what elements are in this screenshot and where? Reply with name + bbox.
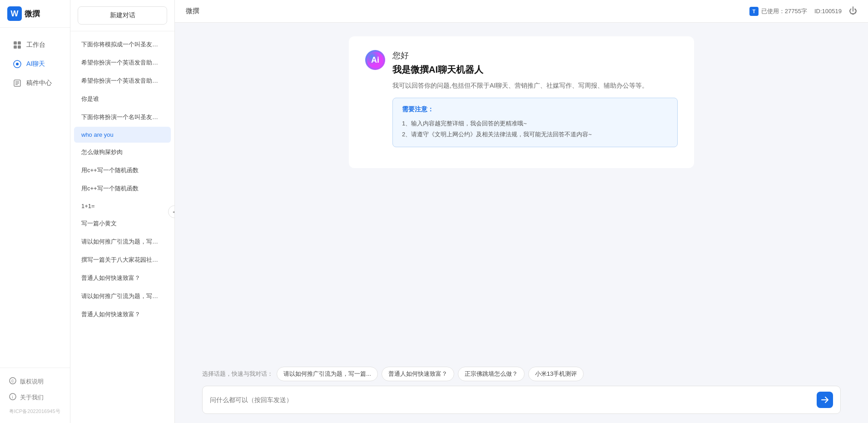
copyright-icon: © xyxy=(9,377,16,386)
svg-rect-3 xyxy=(18,45,21,49)
ai-chat-label: AI聊天 xyxy=(26,60,45,68)
usage-icon: T xyxy=(749,7,759,16)
svg-point-5 xyxy=(16,63,19,65)
icp-text: 粤ICP备2022016945号 xyxy=(0,405,70,418)
header-right: T 已使用：27755字 ID:100519 ⏻ xyxy=(749,6,857,16)
new-chat-button[interactable]: 新建对话 xyxy=(78,6,167,25)
chat-item[interactable]: 撰写一篇关于八大家花园社区一刻钟便民生... xyxy=(74,251,171,269)
about-item[interactable]: i 关于我们 xyxy=(0,389,70,405)
bot-avatar: Ai xyxy=(365,50,385,70)
quick-label: 选择话题，快速与我对话： xyxy=(202,370,273,378)
notice-item-1: 1、输入内容越完整详细，我会回答的更精准哦~ xyxy=(402,118,668,129)
chat-item[interactable]: 怎么做狗屎炒肉 xyxy=(74,144,171,161)
chat-list-header: 新建对话 xyxy=(70,0,174,31)
main-title: 微撰 xyxy=(186,7,199,15)
quick-topic-4[interactable]: 小米13手机测评 xyxy=(528,367,584,381)
chat-item[interactable]: 写一篇小黄文 xyxy=(74,215,171,232)
logo-icon: W xyxy=(7,6,22,21)
chat-item[interactable]: 希望你扮演一个英语发音助手，我提供给你... xyxy=(74,54,171,71)
id-label: ID:100519 xyxy=(814,8,842,15)
sidebar-bottom: © 版权说明 i 关于我们 粤ICP备2022016945号 xyxy=(0,368,70,423)
nav-items: 工作台 AI聊天 稿件中心 xyxy=(0,28,70,368)
bot-desc: 我可以回答你的问题,包括但不限于AI聊天、营销推广、社媒写作、写周报、辅助办公等… xyxy=(392,80,678,90)
about-label: 关于我们 xyxy=(20,393,44,402)
chat-content: Ai 您好 我是微撰AI聊天机器人 我可以回答你的问题,包括但不限于AI聊天、营… xyxy=(175,23,868,362)
chat-item[interactable]: 下面你将扮演一个名叫圣友的医生 xyxy=(74,109,171,126)
notice-item-2: 2、请遵守《文明上网公约》及相关法律法规，我可能无法回答不道内容~ xyxy=(402,129,668,139)
input-area: 选择话题，快速与我对话： 请以如何推广引流为题，写一篇... 普通人如何快速致富… xyxy=(175,362,868,423)
logo-area: W 微撰 xyxy=(0,0,70,28)
bot-intro: 您好 我是微撰AI聊天机器人 我可以回答你的问题,包括但不限于AI聊天、营销推广… xyxy=(392,50,678,147)
svg-rect-0 xyxy=(14,41,17,45)
svg-text:©: © xyxy=(11,379,15,383)
chat-item[interactable]: 普通人如何快速致富？ xyxy=(74,306,171,323)
quick-topic-2[interactable]: 普通人如何快速致富？ xyxy=(382,367,454,381)
svg-text:Ai: Ai xyxy=(371,55,379,65)
bot-name: 我是微撰AI聊天机器人 xyxy=(392,64,678,76)
draft-center-label: 稿件中心 xyxy=(26,79,52,87)
chat-list: 下面你将模拟成一个叫圣友的程序员，我说... 希望你扮演一个英语发音助手，我提供… xyxy=(70,31,174,423)
quick-topic-3[interactable]: 正宗佛跳墙怎么做？ xyxy=(458,367,525,381)
chat-input[interactable] xyxy=(210,396,812,403)
svg-rect-1 xyxy=(18,41,21,45)
greeting: 您好 xyxy=(392,50,678,61)
chat-item[interactable]: 用c++写一个随机函数 xyxy=(74,180,171,197)
chat-item[interactable]: 下面你将模拟成一个叫圣友的程序员，我说... xyxy=(74,36,171,53)
copyright-item[interactable]: © 版权说明 xyxy=(0,373,70,389)
ai-chat-icon xyxy=(13,60,22,69)
bot-header: Ai 您好 我是微撰AI聊天机器人 我可以回答你的问题,包括但不限于AI聊天、营… xyxy=(365,50,678,147)
chat-item[interactable]: 你是谁 xyxy=(74,90,171,108)
svg-rect-2 xyxy=(14,45,17,49)
chat-list-panel: 新建对话 下面你将模拟成一个叫圣友的程序员，我说... 希望你扮演一个英语发音助… xyxy=(70,0,175,423)
about-icon: i xyxy=(9,393,16,402)
workbench-icon xyxy=(13,40,22,50)
chat-item[interactable]: who are you xyxy=(74,127,171,143)
sidebar-item-workbench[interactable]: 工作台 xyxy=(4,36,66,54)
usage-label: 已使用：27755字 xyxy=(761,7,807,15)
svg-text:i: i xyxy=(12,395,13,399)
copyright-label: 版权说明 xyxy=(20,378,44,386)
logout-button[interactable]: ⏻ xyxy=(849,6,857,16)
welcome-card: Ai 您好 我是微撰AI聊天机器人 我可以回答你的问题,包括但不限于AI聊天、营… xyxy=(349,36,694,168)
chat-item[interactable]: 普通人如何快速致富？ xyxy=(74,269,171,287)
input-box xyxy=(202,386,841,414)
chat-item[interactable]: 请以如何推广引流为题，写一篇大纲 xyxy=(74,288,171,305)
chat-item[interactable]: 用c++写一个随机函数 xyxy=(74,162,171,179)
chat-item[interactable]: 希望你扮演一个英语发音助手，我提供给你... xyxy=(74,72,171,90)
sidebar-item-ai-chat[interactable]: AI聊天 xyxy=(4,55,66,73)
notice-box: 需要注意： 1、输入内容越完整详细，我会回答的更精准哦~ 2、请遵守《文明上网公… xyxy=(392,98,678,147)
chat-item[interactable]: 请以如何推广引流为题，写一篇大纲 xyxy=(74,233,171,250)
sidebar: W 微撰 工作台 AI聊天 xyxy=(0,0,70,423)
usage-info: T 已使用：27755字 xyxy=(749,7,807,16)
main-header: 微撰 T 已使用：27755字 ID:100519 ⏻ xyxy=(175,0,868,23)
main-area: 微撰 T 已使用：27755字 ID:100519 ⏻ xyxy=(175,0,868,423)
workbench-label: 工作台 xyxy=(26,41,45,49)
sidebar-item-draft-center[interactable]: 稿件中心 xyxy=(4,74,66,92)
chat-item[interactable]: 1+1= xyxy=(74,198,171,214)
quick-topic-1[interactable]: 请以如何推广引流为题，写一篇... xyxy=(277,367,378,381)
app-name: 微撰 xyxy=(25,9,40,19)
quick-topics: 选择话题，快速与我对话： 请以如何推广引流为题，写一篇... 普通人如何快速致富… xyxy=(202,367,841,381)
draft-center-icon xyxy=(13,79,22,88)
send-button[interactable] xyxy=(817,392,833,408)
notice-title: 需要注意： xyxy=(402,105,668,114)
